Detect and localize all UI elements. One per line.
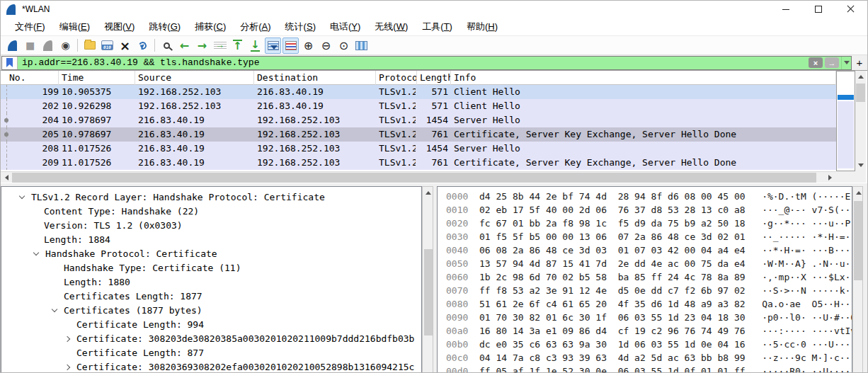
scroll-thumb[interactable] [424,249,433,335]
detail-tree-row[interactable]: TLSv1.2 Record Layer: Handshake Protocol… [1,190,421,205]
hex-row[interactable]: 0070 ff f8 53 a2 3e 91 12 4e d5 0e dd c7… [446,284,852,297]
detail-tree-row[interactable]: Length: 1884 [1,233,421,247]
goto-packet-icon[interactable]: → [212,38,228,54]
zoom-out-icon[interactable]: ⊖ [318,38,334,54]
column-header-time[interactable]: Time [59,71,135,85]
scroll-up-icon[interactable] [423,187,433,198]
open-file-icon[interactable] [81,38,98,54]
minimize-button[interactable] [770,1,802,18]
detail-tree-row[interactable]: Certificates Length: 1877 [1,289,421,304]
scroll-thumb[interactable] [12,173,816,183]
hex-row[interactable]: 0050 13 57 94 4d 87 15 41 7d 2e dd 4e ac… [446,257,852,270]
display-filter-input[interactable]: ip.addr==216.83.40.19 && tls.handshake.t… [1,56,852,70]
scroll-up-icon[interactable] [853,187,864,198]
go-forward-icon[interactable]: → [194,38,210,54]
resize-columns-icon[interactable] [353,38,370,54]
close-file-icon[interactable]: × [117,38,133,54]
menu-item-edit[interactable]: 编辑(E) [52,18,97,36]
expander-open-icon[interactable] [33,250,39,256]
column-header-protocol[interactable]: Protocol [376,71,417,85]
hex-row[interactable]: 0060 1b 2c 98 6d 70 02 b5 58 ba 85 ff 24… [446,270,852,284]
filter-bookmark-icon[interactable] [2,57,18,69]
go-bottom-icon[interactable]: ↓ [247,38,263,54]
packet-row-selected[interactable]: 20510.978697216.83.40.19192.168.252.103T… [1,127,836,142]
packet-list-hscrollbar[interactable] [1,171,836,183]
maximize-button[interactable] [802,1,835,18]
go-back-icon[interactable]: ← [176,38,193,54]
autoscroll-icon[interactable] [265,38,281,54]
hex-row[interactable]: 0080 51 61 2e 6f c4 61 65 20 4f 35 d6 1d… [446,297,852,311]
detail-tree-row[interactable]: Handshake Type: Certificate (11) [1,261,421,275]
menu-item-file[interactable]: 文件(F) [8,18,52,36]
packet-row[interactable]: 19910.905375192.168.252.103216.83.40.19T… [1,85,836,99]
hex-vscrollbar[interactable] [852,186,863,373]
wireshark-start-capture-icon[interactable] [4,38,21,54]
hex-row[interactable]: 0040 06 08 2a 86 48 ce 3d 03 01 07 03 42… [446,243,852,257]
menu-item-view[interactable]: 视图(V) [97,18,142,36]
detail-tree-row[interactable]: Length: 1880 [1,275,421,289]
hex-row[interactable]: 0030 01 f5 5f b5 00 00 13 06 07 2a 86 48… [446,230,852,243]
menu-item-analyze[interactable]: 分析(A) [233,18,278,36]
packet-row[interactable]: 20410.978697216.83.40.19192.168.252.103T… [1,113,836,127]
hex-row[interactable]: 0000 d4 25 8b 44 2e bf 74 4d 28 94 8f d6… [446,190,852,203]
column-header-info[interactable]: Info [451,71,836,85]
detail-tree-row[interactable]: Certificate: 308203de30820385a0030201020… [1,332,421,346]
menu-item-tools[interactable]: 工具(T) [415,18,459,36]
hex-row[interactable]: 00a0 16 80 14 3a e1 09 86 d4 cf 19 c2 96… [446,324,852,338]
zoom-original-icon[interactable]: ⊙ [336,38,352,54]
hex-row[interactable]: 0090 01 70 30 82 01 6c 30 1f 06 03 55 1d… [446,311,852,324]
hex-row[interactable]: 0020 fc 67 01 bb 2a f8 98 1c f5 d9 da 75… [446,217,852,230]
detail-tree-row[interactable]: Certificate: 30820369308202efa0030201020… [1,360,421,373]
scroll-left-icon[interactable] [1,172,12,183]
menu-item-wireless[interactable]: 无线(W) [367,18,415,36]
filter-apply-icon[interactable]: → [825,57,839,68]
expander-open-icon[interactable] [52,306,57,312]
menu-item-help[interactable]: 帮助(H) [459,18,505,36]
detail-tree-row[interactable]: Certificate Length: 994 [1,318,421,332]
packet-row[interactable]: 20811.017526216.83.40.19192.168.252.103T… [1,142,836,156]
detail-tree-row[interactable]: Certificate Length: 877 [1,346,421,360]
expander-closed-icon[interactable] [64,336,70,342]
details-vscrollbar[interactable] [422,186,433,373]
hex-row[interactable]: 0010 02 eb 17 5f 40 00 2d 06 76 37 d8 53… [446,203,852,217]
colorize-icon[interactable] [282,38,299,54]
capture-options-icon[interactable]: ◉ [57,38,74,54]
filter-expression[interactable]: ip.addr==216.83.40.19 && tls.handshake.t… [18,57,809,68]
column-header-destination[interactable]: Destination [254,71,376,85]
scroll-up-icon[interactable] [855,71,866,82]
packet-row[interactable]: 20911.017526216.83.40.19192.168.252.103T… [1,156,836,170]
detail-tree-row[interactable]: Version: TLS 1.2 (0x0303) [1,219,421,233]
filter-dropdown-icon[interactable] [841,57,851,69]
scroll-thumb[interactable] [854,201,862,280]
find-packet-icon[interactable] [159,38,175,54]
menu-item-capture[interactable]: 捕获(C) [188,18,233,36]
menu-item-statistics[interactable]: 统计(S) [278,18,323,36]
zoom-in-icon[interactable]: ⊕ [300,38,316,54]
hex-row[interactable]: 00d0 ff 05 af 1f 1e 52 30 0e 06 03 55 1d… [446,365,852,373]
packet-list-vscrollbar[interactable] [855,71,866,171]
detail-tree-row[interactable]: Certificates (1877 bytes) [1,304,421,318]
scroll-down-icon[interactable] [855,160,866,171]
menu-item-telephony[interactable]: 电话(Y) [323,18,367,36]
column-header-source[interactable]: Source [135,71,254,85]
expander-open-icon[interactable] [19,193,25,199]
hex-row[interactable]: 00c0 04 14 7a c8 c3 93 39 63 4d a2 5d ac… [446,351,852,365]
go-top-icon[interactable]: ↑ [229,38,246,54]
expander-closed-icon[interactable] [64,365,70,370]
column-header-length[interactable]: Length [417,71,451,85]
filter-add-button[interactable]: + [852,57,867,69]
hex-row[interactable]: 00b0 dc e0 35 c6 63 63 9a 30 1d 06 03 55… [446,338,852,351]
stop-capture-icon[interactable]: ■ [22,38,38,54]
column-header-no[interactable]: No. [6,71,59,85]
detail-tree-row[interactable]: Content Type: Handshake (22) [1,205,421,219]
scroll-right-icon[interactable] [825,172,836,183]
reload-icon[interactable] [135,38,151,54]
menu-item-go[interactable]: 跳转(G) [142,18,188,36]
restart-capture-icon[interactable] [40,38,56,54]
scroll-thumb[interactable] [856,84,865,102]
filter-clear-icon[interactable]: × [809,57,823,68]
detail-tree-row[interactable]: Handshake Protocol: Certificate [1,247,421,261]
save-file-icon[interactable]: 010 [99,38,115,54]
close-button[interactable] [835,1,867,18]
intelligent-scrollbar-map[interactable] [836,71,855,171]
